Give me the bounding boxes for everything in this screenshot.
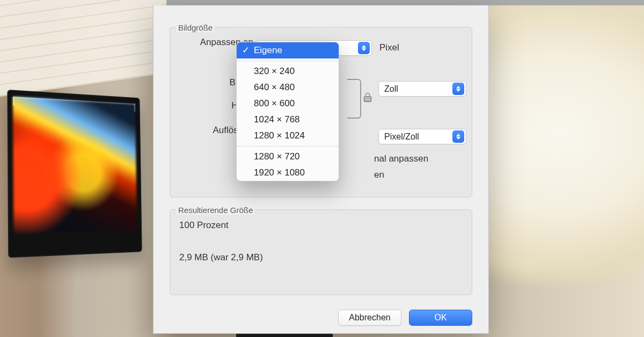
laptop-screen-photo (13, 97, 137, 234)
chevron-up-down-icon (452, 130, 464, 143)
dropdown-item[interactable]: 1280 × 720 (237, 149, 339, 165)
dropdown-item-selected[interactable]: Eigene (237, 42, 339, 58)
dialog-footer: Abbrechen OK (338, 310, 472, 326)
dropdown-item[interactable]: 1920 × 1080 (237, 165, 339, 181)
svg-rect-0 (364, 97, 371, 101)
unit-pixel-label: Pixel (379, 42, 399, 53)
dropdown-item[interactable]: 640 × 480 (237, 79, 339, 96)
dropdown-item[interactable]: 1024 × 768 (237, 112, 339, 128)
dropdown-separator (237, 61, 339, 61)
size-unit-select-value: Zoll (384, 84, 398, 94)
ok-button-label: OK (434, 313, 447, 323)
size-unit-select[interactable]: Zoll (378, 81, 466, 97)
resulting-size-panel-title: Resultierende Größe (176, 206, 255, 215)
image-size-panel-title: Bildgröße (176, 23, 215, 32)
resample-checkbox-label-fragment[interactable]: en (374, 170, 384, 180)
aspect-link-bracket (347, 79, 361, 119)
cancel-button[interactable]: Abbrechen (338, 310, 401, 326)
fit-to-dropdown-menu[interactable]: Eigene 320 × 240 640 × 480 800 × 600 102… (236, 42, 339, 181)
dropdown-item[interactable]: 800 × 600 (237, 96, 339, 112)
background-laptop: Photo Paramètres Outils Affichage Fenêtr… (8, 93, 152, 281)
chevron-up-down-icon (452, 83, 464, 95)
cancel-button-label: Abbrechen (349, 313, 390, 323)
laptop-frame: Photo Paramètres Outils Affichage Fenêtr… (7, 90, 142, 258)
dropdown-item[interactable]: 320 × 240 (237, 63, 339, 79)
ok-button[interactable]: OK (409, 310, 472, 326)
proportional-checkbox-label-fragment[interactable]: nal anpassen (374, 153, 428, 164)
result-percent: 100 Prozent (179, 220, 229, 231)
result-filesize: 2,9 MB (war 2,9 MB) (179, 252, 263, 263)
dropdown-separator (237, 146, 339, 146)
lock-icon[interactable] (362, 91, 374, 104)
resolution-unit-select[interactable]: Pixel/Zoll (378, 129, 466, 144)
resolution-unit-select-value: Pixel/Zoll (384, 132, 419, 142)
chevron-up-down-icon (358, 42, 370, 54)
dropdown-item[interactable]: 1280 × 1024 (237, 128, 339, 144)
